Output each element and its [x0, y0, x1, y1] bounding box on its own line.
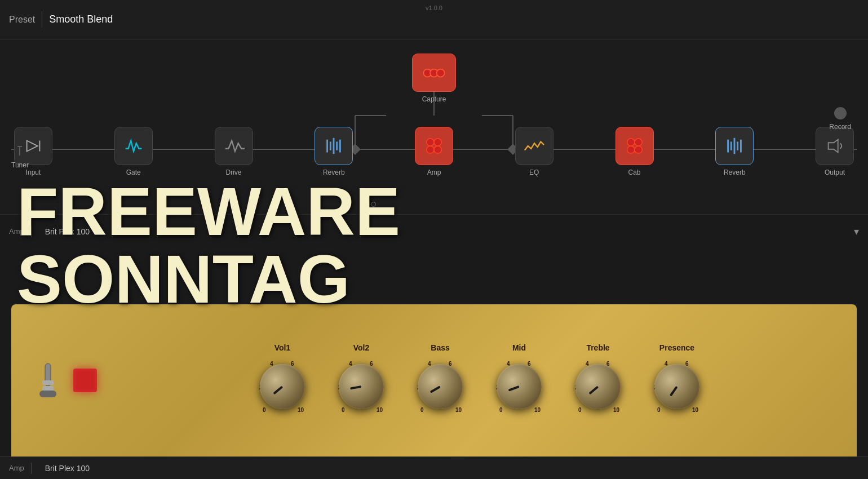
svg-text:10: 10	[455, 407, 462, 413]
record-label: Record	[829, 123, 851, 131]
input-label: Input	[26, 168, 41, 176]
knob-treble[interactable]: Treble 4 6 2 8 0 10	[567, 343, 629, 418]
vol2-knob[interactable]	[339, 364, 384, 409]
node-amp[interactable]: Amp	[415, 127, 453, 176]
svg-rect-36	[42, 386, 54, 391]
cab-label: Cab	[628, 168, 640, 176]
modules-row: Input Gate Drive	[0, 127, 868, 176]
svg-text:0: 0	[499, 407, 503, 413]
tuner-label: Tuner	[11, 161, 29, 169]
eq-box[interactable]	[515, 127, 553, 165]
signal-chain: Capture Input Gate	[0, 39, 868, 214]
svg-text:0: 0	[342, 407, 345, 413]
vol1-label: Vol1	[274, 343, 291, 352]
bottom-amp-name: Brit Plex 100	[45, 464, 90, 473]
node-cab[interactable]: Cab	[615, 127, 654, 176]
tuner-node[interactable]: Tuner	[11, 144, 29, 169]
svg-point-20	[427, 146, 434, 153]
cab-box[interactable]	[615, 127, 654, 165]
gate-box[interactable]	[114, 127, 153, 165]
gate-label: Gate	[126, 168, 141, 176]
record-dot[interactable]	[834, 107, 847, 119]
svg-point-19	[434, 139, 441, 146]
knob-presence[interactable]: Presence 4 6 2 8 0 10	[646, 343, 708, 418]
knob-bass[interactable]: Bass 4 6 2 8 0 10	[409, 343, 471, 418]
svg-point-25	[635, 146, 642, 153]
svg-point-24	[627, 146, 634, 153]
svg-text:0: 0	[263, 407, 266, 413]
node-eq[interactable]: EQ	[515, 127, 553, 176]
svg-point-21	[434, 146, 441, 153]
knob-vol2[interactable]: Vol2 4 6 2 8 0 10	[330, 343, 392, 418]
reverb2-label: Reverb	[724, 168, 746, 176]
mid-knob[interactable]	[497, 364, 542, 409]
vol2-label: Vol2	[353, 343, 370, 352]
svg-text:0: 0	[657, 407, 661, 413]
node-gate[interactable]: Gate	[114, 127, 153, 176]
svg-text:10: 10	[613, 407, 620, 413]
reverb2-box[interactable]	[715, 127, 754, 165]
knob-vol1[interactable]: Vol1 4 6 2 8 0 10	[251, 343, 313, 418]
power-area	[34, 361, 97, 400]
preset-label: Preset	[9, 15, 35, 25]
svg-point-23	[635, 139, 642, 146]
treble-knob[interactable]	[575, 364, 621, 409]
amp-box[interactable]	[415, 127, 453, 165]
freeware-line2: SONNTAG	[17, 245, 400, 313]
node-reverb2[interactable]: Reverb	[715, 127, 754, 176]
divider	[42, 11, 42, 28]
capture-module[interactable]: Capture	[412, 54, 456, 103]
node-drive[interactable]: Drive	[215, 127, 253, 176]
presence-label: Presence	[659, 343, 694, 352]
svg-text:10: 10	[298, 407, 304, 413]
svg-text:10: 10	[692, 407, 699, 413]
amp-section-label: Amp	[9, 227, 24, 236]
eq-label: EQ	[529, 168, 539, 176]
svg-rect-37	[39, 391, 56, 397]
vol1-knob[interactable]	[260, 364, 305, 409]
mid-label: Mid	[512, 343, 526, 352]
presence-knob[interactable]	[654, 364, 699, 409]
preset-name: Smooth Blend	[49, 14, 113, 25]
svg-text:10: 10	[377, 407, 383, 413]
amp-selector-row: Amp Brit Plex 100 ▾	[0, 214, 868, 248]
node-reverb1[interactable]: Reverb	[315, 127, 353, 176]
capture-label: Capture	[412, 95, 456, 103]
reverb1-box[interactable]	[315, 127, 353, 165]
svg-marker-31	[829, 140, 838, 153]
svg-text:0: 0	[578, 407, 582, 413]
power-light[interactable]	[73, 369, 97, 392]
svg-point-18	[427, 139, 434, 146]
bottom-bar: Amp Brit Plex 100	[0, 456, 868, 479]
knob-mid[interactable]: Mid 4 6 2 8 0 10	[488, 343, 550, 418]
top-bar: v1.0.0 Preset Smooth Blend	[0, 0, 868, 39]
drive-label: Drive	[225, 168, 241, 176]
record-node[interactable]: Record	[829, 107, 851, 131]
output-label: Output	[825, 168, 845, 176]
svg-text:0: 0	[420, 407, 424, 413]
version-label: v1.0.0	[426, 5, 442, 11]
amp-panel: Vol1 4 6 2 8 0 10 Vol2 4 6	[11, 304, 857, 456]
output-box[interactable]	[816, 127, 854, 165]
divider2	[31, 226, 32, 237]
amp-section-name: Brit Plex 100	[45, 227, 90, 236]
chevron-down-icon[interactable]: ▾	[854, 225, 859, 238]
capture-box[interactable]	[412, 54, 456, 92]
eq-mini-label: EQ	[366, 201, 376, 209]
bottom-divider	[31, 463, 32, 474]
amp-label: Amp	[427, 168, 441, 176]
svg-point-10	[437, 69, 445, 77]
svg-text:10: 10	[534, 407, 541, 413]
svg-point-22	[627, 139, 634, 146]
knobs-section: Vol1 4 6 2 8 0 10 Vol2 4 6	[125, 343, 834, 418]
jack-plug-icon	[34, 361, 62, 400]
bass-knob[interactable]	[418, 364, 463, 409]
treble-label: Treble	[586, 343, 609, 352]
bottom-amp-label: Amp	[9, 464, 24, 472]
bass-label: Bass	[431, 343, 449, 352]
reverb1-label: Reverb	[323, 168, 345, 176]
svg-rect-35	[42, 380, 54, 385]
drive-box[interactable]	[215, 127, 253, 165]
node-output[interactable]: Output	[816, 127, 854, 176]
